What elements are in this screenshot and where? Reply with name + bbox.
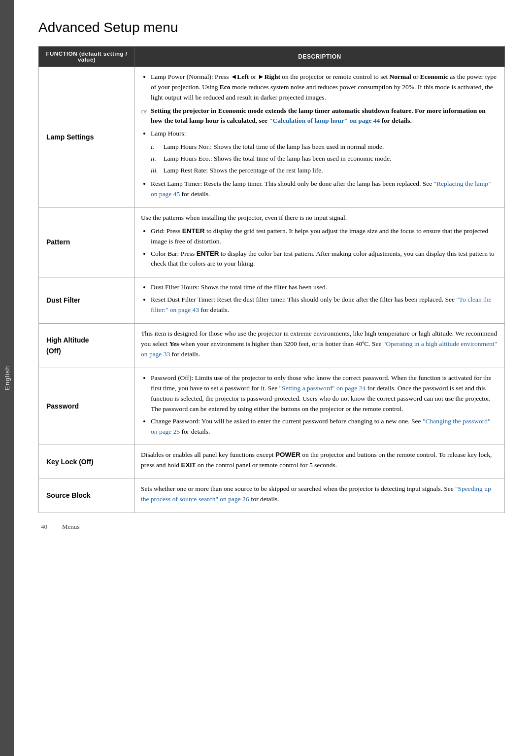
sidebar-english-tab: English xyxy=(0,0,14,756)
desc-cell-pattern: Use the patterns when installing the pro… xyxy=(135,207,505,277)
function-label-altitude: High Altitude(Off) xyxy=(46,336,89,355)
altitude-text: This item is designed for those who use … xyxy=(141,329,499,360)
table-row: Key Lock (Off) Disables or enables all p… xyxy=(39,445,505,479)
function-cell-password: Password xyxy=(39,368,135,445)
footer-section-label: Menus xyxy=(62,523,79,531)
function-label-dust: Dust Filter xyxy=(46,296,80,304)
pattern-intro: Use the patterns when installing the pro… xyxy=(141,213,499,223)
list-item: ii. Lamp Hours Eco.: Shows the total tim… xyxy=(151,154,499,164)
function-label-password: Password xyxy=(46,402,79,410)
sourceblock-text: Sets whether one or more than one source… xyxy=(141,484,499,505)
list-item: Dust Filter Hours: Shows the total time … xyxy=(151,282,499,293)
filter-link[interactable]: "To clean the filter:" on page 43 xyxy=(151,296,492,313)
page-container: English Advanced Setup menu FUNCTION (de… xyxy=(0,0,532,756)
altitude-link[interactable]: "Operating in a high altitude environmen… xyxy=(141,340,497,358)
function-label-lamp: Lamp Settings xyxy=(46,133,94,141)
list-item: Color Bar: Press ENTER to display the co… xyxy=(151,249,499,270)
change-password-link[interactable]: "Changing the password" on page 25 xyxy=(151,417,491,435)
list-item: iii. Lamp Rest Rate: Shows the percentag… xyxy=(151,166,499,176)
note-icon: ☞ xyxy=(141,106,148,119)
password-list: Password (Off): Limits use of the projec… xyxy=(141,373,499,437)
desc-cell-dust: Dust Filter Hours: Shows the total time … xyxy=(135,277,505,324)
function-cell-keylock: Key Lock (Off) xyxy=(39,445,135,479)
lamp-reset-list: Reset Lamp Timer: Resets the lamp timer.… xyxy=(141,179,499,200)
function-cell-lamp: Lamp Settings xyxy=(39,67,135,208)
note-text: Setting the projector in Economic mode e… xyxy=(151,106,499,126)
main-table: FUNCTION (default setting / value) DESCR… xyxy=(38,46,505,513)
desc-cell-sourceblock: Sets whether one or more than one source… xyxy=(135,479,505,513)
lamp-note-box: ☞ Setting the projector in Economic mode… xyxy=(141,106,499,126)
function-label-pattern: Pattern xyxy=(46,238,70,246)
function-cell-pattern: Pattern xyxy=(39,207,135,277)
table-row: High Altitude(Off) This item is designed… xyxy=(39,324,505,368)
function-label-sourceblock: Source Block xyxy=(46,491,90,499)
dust-list: Dust Filter Hours: Shows the total time … xyxy=(141,282,499,315)
list-item: Reset Dust Filter Timer: Reset the dust … xyxy=(151,295,499,315)
lamp-list: Lamp Power (Normal): Press ◄Left or ►Rig… xyxy=(141,72,499,103)
list-item: Lamp Power (Normal): Press ◄Left or ►Rig… xyxy=(151,72,499,103)
list-item: Grid: Press ENTER to display the grid te… xyxy=(151,226,499,247)
table-row: Lamp Settings Lamp Power (Normal): Press… xyxy=(39,67,505,208)
source-link[interactable]: "Speeding up the process of source searc… xyxy=(141,485,491,503)
lamp-replace-link[interactable]: "Replacing the lamp" on page 45 xyxy=(151,180,491,198)
password-link[interactable]: "Setting a password" on page 24 xyxy=(279,384,366,392)
function-cell-dust: Dust Filter xyxy=(39,277,135,324)
list-item: Change Password: You will be asked to en… xyxy=(151,416,499,437)
list-item: Password (Off): Limits use of the projec… xyxy=(151,373,499,414)
table-row: Password Password (Off): Limits use of t… xyxy=(39,368,505,445)
desc-cell-altitude: This item is designed for those who use … xyxy=(135,324,505,368)
list-item: i. Lamp Hours Nor.: Shows the total time… xyxy=(151,142,499,152)
list-item: Lamp Hours: xyxy=(151,129,499,139)
page-footer: 40 Menus xyxy=(38,523,505,531)
page-title: Advanced Setup menu xyxy=(38,20,505,35)
sidebar-label: English xyxy=(3,366,11,390)
footer-page-number: 40 xyxy=(41,523,47,531)
keylock-text: Disables or enables all panel key functi… xyxy=(141,450,499,471)
col-header-function: FUNCTION (default setting / value) xyxy=(39,47,135,67)
lamp-sub-list: i. Lamp Hours Nor.: Shows the total time… xyxy=(141,142,499,176)
desc-cell-password: Password (Off): Limits use of the projec… xyxy=(135,368,505,445)
table-header-row: FUNCTION (default setting / value) DESCR… xyxy=(39,47,505,67)
table-row: Pattern Use the patterns when installing… xyxy=(39,207,505,277)
lamp-hours-list: Lamp Hours: xyxy=(141,129,499,139)
main-content: Advanced Setup menu FUNCTION (default se… xyxy=(14,0,532,756)
desc-cell-keylock: Disables or enables all panel key functi… xyxy=(135,445,505,479)
function-cell-sourceblock: Source Block xyxy=(39,479,135,513)
table-row: Source Block Sets whether one or more th… xyxy=(39,479,505,513)
table-row: Dust Filter Dust Filter Hours: Shows the… xyxy=(39,277,505,324)
list-item: Reset Lamp Timer: Resets the lamp timer.… xyxy=(151,179,499,200)
desc-cell-lamp: Lamp Power (Normal): Press ◄Left or ►Rig… xyxy=(135,67,505,208)
pattern-list: Grid: Press ENTER to display the grid te… xyxy=(141,226,499,270)
col-header-description: DESCRIPTION xyxy=(135,47,505,67)
function-label-keylock: Key Lock (Off) xyxy=(46,458,94,466)
calc-link[interactable]: "Calculation of lamp hour" on page 44 xyxy=(269,117,380,124)
function-cell-altitude: High Altitude(Off) xyxy=(39,324,135,368)
